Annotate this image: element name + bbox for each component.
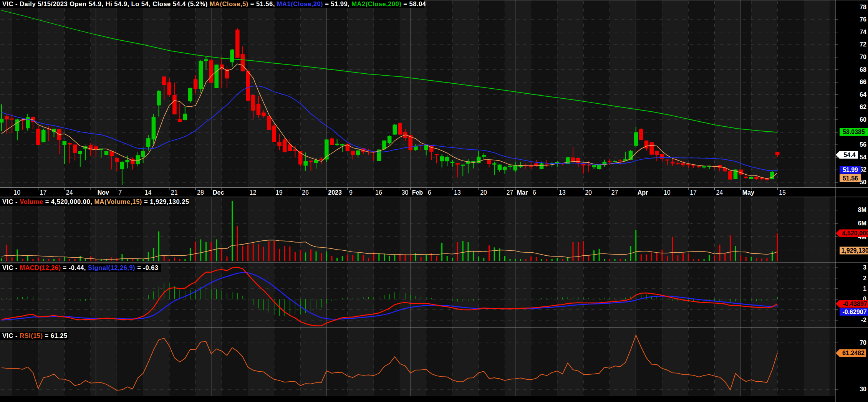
svg-text:72: 72: [860, 41, 866, 48]
svg-text:Dec: Dec: [213, 189, 224, 196]
svg-text:66: 66: [860, 79, 866, 85]
svg-text:6: 6: [428, 189, 431, 196]
svg-text:17: 17: [690, 189, 697, 196]
svg-text:13: 13: [454, 189, 461, 196]
svg-text:1: 1: [863, 285, 866, 292]
svg-text:1,929,130: 1,929,130: [841, 247, 868, 254]
svg-text:17: 17: [40, 189, 47, 196]
svg-text:13: 13: [559, 189, 566, 196]
svg-text:7: 7: [118, 189, 122, 196]
svg-text:26: 26: [302, 189, 309, 196]
svg-text:Feb: Feb: [412, 189, 423, 196]
svg-text:62: 62: [860, 104, 866, 110]
svg-text:2023: 2023: [328, 189, 342, 196]
svg-text:51.99: 51.99: [843, 167, 858, 173]
svg-text:24: 24: [66, 189, 73, 196]
svg-text:VIC - MACD(12,26) = -0.44, Sig: VIC - MACD(12,26) = -0.44, Signal(12,26,…: [2, 264, 159, 271]
svg-text:12: 12: [250, 189, 257, 196]
svg-text:-0.62907: -0.62907: [842, 309, 866, 315]
svg-text:9: 9: [349, 189, 353, 196]
svg-text:20: 20: [585, 189, 592, 196]
svg-text:70: 70: [860, 339, 866, 346]
svg-text:VIC - Daily 5/15/2023 Open 54.: VIC - Daily 5/15/2023 Open 54.9, Hi 54.9…: [2, 0, 426, 7]
svg-text:51.56: 51.56: [843, 175, 858, 182]
svg-text:74: 74: [860, 29, 866, 35]
svg-text:Apr: Apr: [638, 189, 648, 196]
svg-text:68: 68: [860, 66, 866, 73]
svg-text:6: 6: [533, 189, 536, 196]
svg-text:56: 56: [860, 141, 866, 148]
svg-text:8M: 8M: [858, 207, 866, 213]
svg-text:78: 78: [860, 4, 866, 10]
svg-text:VIC - RSI(15) = 61.25: VIC - RSI(15) = 61.25: [2, 332, 68, 339]
svg-text:VIC - Volume = 4,520,000.00, M: VIC - Volume = 4,520,000.00, MA(Volume,1…: [2, 198, 189, 205]
svg-text:20: 20: [480, 189, 487, 196]
svg-text:6M: 6M: [858, 220, 866, 227]
svg-text:64: 64: [860, 91, 866, 98]
svg-text:-0.43897: -0.43897: [843, 301, 867, 307]
svg-text:30: 30: [860, 386, 866, 392]
svg-text:14: 14: [145, 189, 152, 196]
svg-text:16: 16: [375, 189, 382, 196]
svg-text:54.4: 54.4: [843, 152, 855, 158]
svg-text:2: 2: [863, 275, 866, 281]
svg-text:27: 27: [611, 189, 618, 196]
svg-text:Mar: Mar: [517, 189, 528, 196]
svg-text:54: 54: [860, 154, 866, 160]
svg-text:4,520,000: 4,520,000: [842, 230, 868, 237]
svg-text:70: 70: [860, 54, 866, 60]
svg-text:19: 19: [276, 189, 283, 196]
svg-text:15: 15: [779, 189, 786, 196]
svg-text:24: 24: [716, 189, 723, 196]
svg-text:60: 60: [860, 116, 866, 123]
svg-text:Nov: Nov: [98, 189, 109, 196]
svg-text:-2: -2: [861, 317, 866, 323]
svg-text:21: 21: [171, 189, 178, 196]
svg-text:3: 3: [863, 264, 866, 271]
svg-text:30: 30: [401, 189, 408, 196]
svg-text:61.2482: 61.2482: [842, 350, 865, 356]
svg-text:58.0385: 58.0385: [843, 129, 865, 135]
svg-text:May: May: [742, 189, 754, 196]
svg-text:28: 28: [197, 189, 204, 196]
svg-text:10: 10: [13, 189, 20, 196]
svg-text:76: 76: [860, 16, 866, 23]
svg-text:10: 10: [664, 189, 671, 196]
svg-text:27: 27: [506, 189, 513, 196]
